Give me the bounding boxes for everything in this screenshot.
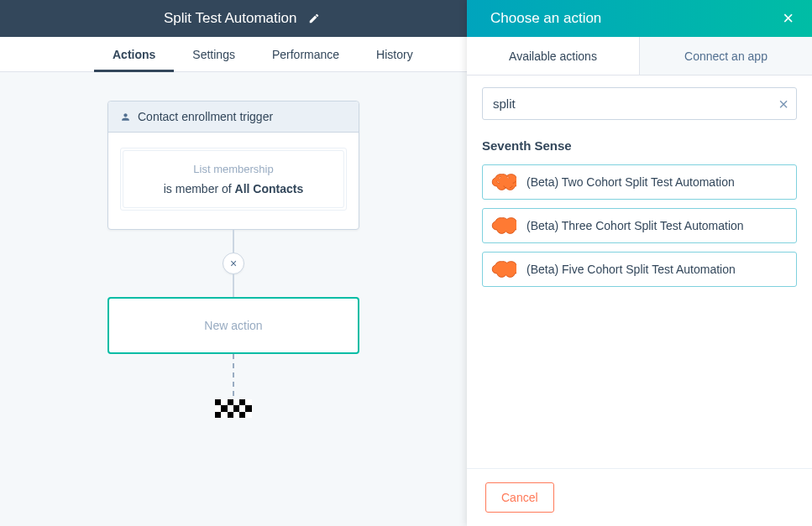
action-label: (Beta) Three Cohort Split Test Automatio… [526,219,744,232]
connector-line [233,273,234,297]
cancel-button[interactable]: Cancel [485,482,554,513]
remove-step-button[interactable]: × [223,253,244,274]
person-icon [120,112,131,122]
trigger-body: List membership is member of All Contact… [108,133,359,229]
panel-footer: Cancel [467,468,812,526]
workflow-title: Split Test Automation [164,10,296,27]
action-option-two-cohort[interactable]: (Beta) Two Cohort Split Test Automation [482,164,797,200]
trigger-type-label: List membership [132,163,335,175]
workflow-canvas: Contact enrollment trigger List membersh… [0,72,467,525]
action-search: × [482,87,797,120]
brain-icon [491,172,516,192]
tab-history[interactable]: History [358,37,432,71]
action-side-panel: Choose an action × Available actions Con… [467,0,812,526]
trigger-description: is member of All Contacts [132,182,335,195]
action-label: (Beta) Two Cohort Split Test Automation [526,175,735,189]
clear-search-icon[interactable]: × [778,94,788,113]
connector-line [233,230,234,253]
panel-tabs: Available actions Connect an app [467,37,812,76]
dashed-connector [233,354,234,396]
trigger-card[interactable]: Contact enrollment trigger List membersh… [107,101,359,230]
action-option-five-cohort[interactable]: (Beta) Five Cohort Split Test Automation [482,252,797,287]
finish-flag-icon [215,399,252,418]
tab-performance[interactable]: Performance [254,37,358,71]
tab-available-actions[interactable]: Available actions [467,37,639,75]
brain-icon [491,259,516,279]
edit-icon[interactable] [308,13,320,24]
tab-connect-app[interactable]: Connect an app [639,37,812,75]
panel-body: × Seventh Sense (Beta) Two Cohort Split … [467,76,812,468]
action-label: (Beta) Five Cohort Split Test Automation [526,263,736,276]
search-input[interactable] [482,87,797,120]
action-section-heading: Seventh Sense [482,138,797,153]
new-action-card[interactable]: New action [107,297,359,354]
trigger-header-label: Contact enrollment trigger [138,110,273,123]
action-option-three-cohort[interactable]: (Beta) Three Cohort Split Test Automatio… [482,208,797,243]
tab-settings[interactable]: Settings [174,37,254,71]
trigger-header: Contact enrollment trigger [108,102,359,133]
panel-title: Choose an action [490,10,601,27]
close-icon[interactable]: × [783,9,794,28]
brain-icon [491,216,516,236]
panel-header: Choose an action × [467,0,812,37]
tab-actions[interactable]: Actions [94,37,174,71]
